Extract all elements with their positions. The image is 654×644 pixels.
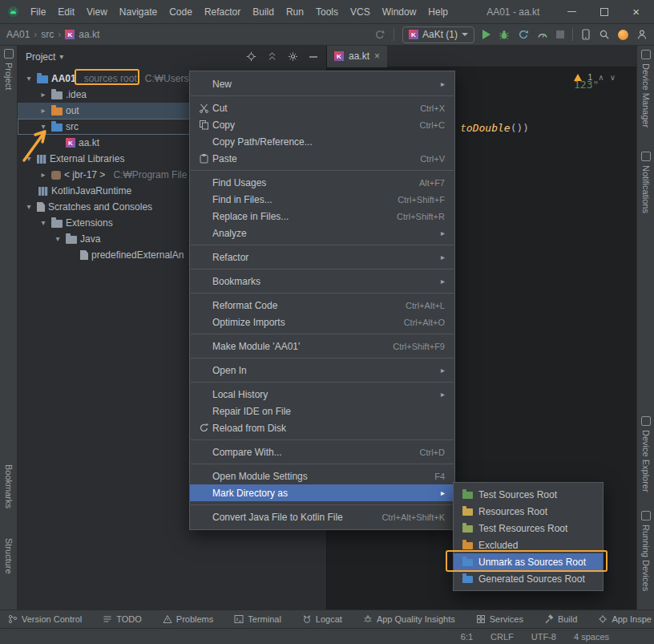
menu-item-make-module[interactable]: Make Module 'AA01'Ctrl+Shift+F9 xyxy=(190,338,454,354)
tab-aa-kt[interactable]: aa.kt × xyxy=(327,46,387,67)
menu-item-bookmarks[interactable]: Bookmarks▸ xyxy=(190,273,454,290)
breadcrumb-project[interactable]: AA01 xyxy=(6,29,30,40)
chevron-down-icon[interactable]: ▾ xyxy=(53,235,63,243)
toolbar-divider xyxy=(572,28,573,41)
file-encoding[interactable]: UTF-8 xyxy=(531,632,556,642)
breadcrumb-src[interactable]: src xyxy=(41,29,54,40)
menu-item-local-history[interactable]: Local History▸ xyxy=(190,386,454,403)
chevron-down-icon[interactable]: ▾ xyxy=(24,203,34,211)
menu-item-open-in[interactable]: Open In▸ xyxy=(190,362,454,379)
tool-button-device-manager[interactable]: Device Manager xyxy=(637,50,654,128)
chevron-down-icon[interactable]: ▾ xyxy=(24,75,34,83)
breadcrumb-file[interactable]: aa.kt xyxy=(79,29,99,40)
close-tab-icon[interactable]: × xyxy=(374,51,380,62)
tool-button-project[interactable]: Project xyxy=(0,49,18,90)
tool-button-terminal[interactable]: Terminal xyxy=(234,614,281,624)
menu-file[interactable]: File xyxy=(25,4,51,20)
profile-avatar-icon[interactable] xyxy=(636,29,648,40)
menu-item-mark-directory-as[interactable]: Mark Directory as▸ xyxy=(190,484,454,501)
breadcrumb: AA01 › src › aa.kt xyxy=(6,29,99,40)
menu-item-optimize-imports[interactable]: Optimize ImportsCtrl+Alt+O xyxy=(190,314,454,330)
status-bar: 6:1 CRLF UTF-8 4 spaces xyxy=(0,628,654,644)
menu-refactor[interactable]: Refactor xyxy=(199,4,246,20)
next-problem-icon[interactable]: ∨ xyxy=(610,73,616,82)
tool-button-todo[interactable]: TODO xyxy=(103,614,142,624)
previous-problem-icon[interactable]: ∧ xyxy=(598,73,604,82)
tool-button-structure[interactable]: Structure xyxy=(0,538,18,574)
chevron-right-icon[interactable]: ▸ xyxy=(38,171,48,179)
menu-view[interactable]: View xyxy=(81,4,113,20)
menu-item-replace-in-files[interactable]: Replace in Files...Ctrl+Shift+R xyxy=(190,208,454,225)
menu-item-reload-from-disk[interactable]: Reload from Disk xyxy=(190,419,454,436)
menu-tools[interactable]: Tools xyxy=(310,4,344,20)
search-everywhere-icon[interactable] xyxy=(599,29,610,40)
library-icon xyxy=(38,187,48,196)
menu-item-find-usages[interactable]: Find UsagesAlt+F7 xyxy=(190,174,454,191)
menu-edit[interactable]: Edit xyxy=(52,4,80,20)
submenu-item-excluded[interactable]: Excluded xyxy=(454,537,603,553)
menu-item-open-module-settings[interactable]: Open Module SettingsF4 xyxy=(190,468,454,484)
stop-button[interactable] xyxy=(556,30,564,38)
tool-button-version-control[interactable]: Version Control xyxy=(8,614,82,624)
maximize-icon[interactable] xyxy=(600,8,608,16)
submenu-item-unmark-sources-root[interactable]: Unmark as Sources Root xyxy=(454,553,603,570)
menu-navigate[interactable]: Navigate xyxy=(114,4,163,20)
menu-help[interactable]: Help xyxy=(422,4,454,20)
collapse-all-icon[interactable] xyxy=(267,51,277,62)
menu-item-cut[interactable]: CutCtrl+X xyxy=(190,99,454,116)
menu-item-repair-ide[interactable]: Repair IDE on File xyxy=(190,403,454,419)
apply-changes-icon[interactable] xyxy=(518,29,529,40)
submenu-item-test-resources-root[interactable]: Test Resources Root xyxy=(454,520,603,537)
gear-icon[interactable] xyxy=(288,51,298,62)
chevron-right-icon[interactable]: ▸ xyxy=(38,91,48,99)
tool-button-build[interactable]: Build xyxy=(544,614,577,624)
indent-setting[interactable]: 4 spaces xyxy=(574,632,609,642)
tool-button-notifications[interactable]: Notifications xyxy=(637,152,654,213)
project-view-selector[interactable]: Project xyxy=(26,51,55,63)
chevron-down-icon[interactable]: ▾ xyxy=(38,123,48,131)
debug-button[interactable] xyxy=(499,29,510,40)
caret-position[interactable]: 6:1 xyxy=(461,632,473,642)
tool-button-running-devices[interactable]: Running Devices xyxy=(637,511,654,591)
menu-item-new[interactable]: New▸ xyxy=(190,75,454,92)
tool-button-services[interactable]: Services xyxy=(476,614,523,624)
menu-item-reformat-code[interactable]: Reformat CodeCtrl+Alt+L xyxy=(190,297,454,314)
tool-button-logcat[interactable]: Logcat xyxy=(302,614,342,624)
menu-build[interactable]: Build xyxy=(247,4,280,20)
locate-file-icon[interactable] xyxy=(246,51,256,62)
menu-item-copy[interactable]: CopyCtrl+C xyxy=(190,116,454,133)
minimize-icon[interactable] xyxy=(567,11,576,13)
device-mirror-icon[interactable] xyxy=(581,29,591,40)
menu-item-refactor[interactable]: Refactor▸ xyxy=(190,249,454,265)
tool-button-problems[interactable]: Problems xyxy=(163,614,213,624)
tool-button-app-inspection[interactable]: App Inspe xyxy=(598,614,652,624)
menu-run[interactable]: Run xyxy=(281,4,309,20)
chevron-down-icon[interactable]: ▾ xyxy=(38,219,48,227)
run-configuration-select[interactable]: AaKt (1) xyxy=(402,26,474,43)
tool-button-bookmarks[interactable]: Bookmarks xyxy=(0,464,18,508)
tool-button-device-explorer[interactable]: Device Explorer xyxy=(637,416,654,492)
hide-panel-icon[interactable] xyxy=(309,52,318,62)
menu-item-convert-to-kotlin[interactable]: Convert Java File to Kotlin FileCtrl+Alt… xyxy=(190,508,454,525)
line-ending[interactable]: CRLF xyxy=(490,632,514,642)
menu-item-analyze[interactable]: Analyze▸ xyxy=(190,225,454,241)
sync-icon[interactable] xyxy=(374,29,386,40)
submenu-item-resources-root[interactable]: Resources Root xyxy=(454,503,603,520)
menu-vcs[interactable]: VCS xyxy=(345,4,376,20)
menu-item-find-in-files[interactable]: Find in Files...Ctrl+Shift+F xyxy=(190,191,454,208)
menu-separator xyxy=(191,170,454,171)
close-icon[interactable]: × xyxy=(632,8,640,16)
submenu-item-test-sources-root[interactable]: Test Sources Root xyxy=(454,486,603,503)
menu-item-compare-with[interactable]: Compare With...Ctrl+D xyxy=(190,444,454,460)
submenu-item-generated-sources-root[interactable]: Generated Sources Root xyxy=(454,570,603,587)
menu-item-copy-path[interactable]: Copy Path/Reference... xyxy=(190,133,454,150)
menu-window[interactable]: Window xyxy=(377,4,422,20)
update-notification-icon[interactable] xyxy=(618,30,628,40)
run-button[interactable] xyxy=(482,30,490,39)
menu-code[interactable]: Code xyxy=(164,4,198,20)
tool-button-app-quality-insights[interactable]: App Quality Insights xyxy=(363,614,455,624)
chevron-down-icon[interactable]: ▾ xyxy=(24,155,34,163)
profiler-icon[interactable] xyxy=(537,29,548,40)
menu-item-paste[interactable]: PasteCtrl+V xyxy=(190,150,454,167)
chevron-right-icon[interactable]: ▸ xyxy=(38,107,48,115)
